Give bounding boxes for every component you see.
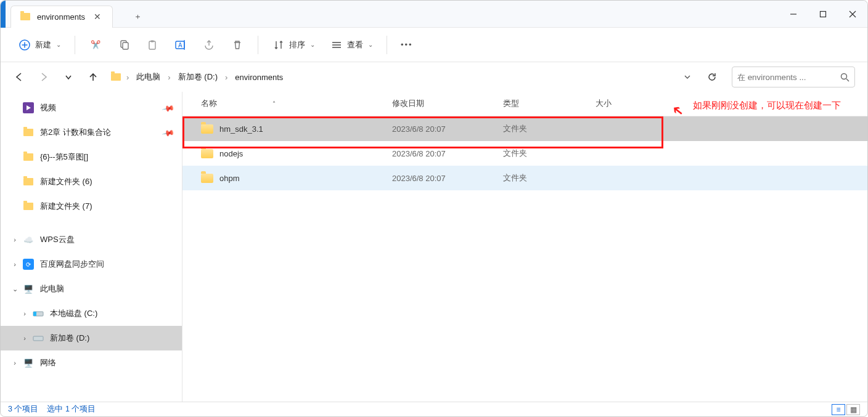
col-label: 大小 [596,99,612,108]
chevron-right-icon: › [166,73,171,82]
recent-button[interactable] [57,66,80,88]
sidebar-item-folder[interactable]: 新建文件夹 (7) [1,194,182,219]
main-pane: 名称˄ 修改日期 类型 大小 hm_sdk_3.1 2023/6/8 20:07… [182,92,867,402]
sidebar-label: 此电脑 [40,283,64,294]
rename-button[interactable]: A [168,34,194,56]
new-tab-button[interactable]: ＋ [126,6,149,28]
window-controls [779,1,867,28]
svg-text:A: A [178,42,182,49]
divider [258,36,258,54]
trash-icon [231,38,244,52]
sidebar-item-folder[interactable]: {6}--第5章图[] [1,145,182,169]
annotation-box [182,116,663,148]
chevron-right-icon[interactable]: › [10,236,19,243]
details-view-button[interactable]: ≡ [832,404,845,415]
address-dropdown[interactable] [676,66,698,88]
address-bar[interactable]: › 此电脑 › 新加卷 (D:) › environments [107,66,671,88]
sort-icon [272,38,285,52]
sidebar-item-network[interactable]: › 🖥️ 网络 [1,350,182,375]
statusbar: 3 个项目 选中 1 个项目 ≡ ▦ [1,402,867,416]
sidebar-item-thispc[interactable]: ⌄ 🖥️ 此电脑 [1,277,182,301]
maximize-button[interactable] [808,1,838,28]
forward-button[interactable] [33,66,55,88]
view-button[interactable]: 查看 ⌄ [324,34,379,56]
svg-rect-21 [33,312,36,316]
cloud-icon: ☁️ [23,234,34,245]
status-selected: 选中 1 个项目 [47,404,96,415]
sidebar-item-baidu[interactable]: › ⟳ 百度网盘同步空间 [1,252,182,277]
col-date[interactable]: 修改日期 [392,99,503,109]
copy-button[interactable] [111,34,137,56]
file-date: 2023/6/8 20:07 [392,174,503,183]
close-window-button[interactable] [838,1,867,28]
svg-point-17 [841,73,847,79]
sidebar-label: 本地磁盘 (C:) [50,308,97,319]
sidebar-item-folder[interactable]: 第2章 计数和集合论 📌 [1,120,182,145]
close-tab-icon[interactable]: ✕ [91,10,104,23]
chevron-right-icon[interactable]: › [10,261,19,268]
thumbnails-view-button[interactable]: ▦ [846,404,860,415]
minimize-button[interactable] [779,1,808,28]
refresh-button[interactable] [701,66,723,88]
sort-button[interactable]: 排序 ⌄ [266,34,321,56]
sidebar-item-folder[interactable]: 新建文件夹 (6) [1,169,182,194]
breadcrumb-item[interactable]: 此电脑 [134,69,163,85]
toolbar: 新建 ⌄ ✂️ A 排序 ⌄ 查看 ⌄ ••• [1,28,867,62]
folder-icon [23,201,34,212]
svg-rect-1 [821,11,826,17]
search-input[interactable] [737,73,837,82]
chevron-down-icon: ⌄ [368,41,373,48]
divider [75,36,75,54]
up-button[interactable] [82,66,104,88]
more-button[interactable]: ••• [395,34,419,56]
col-name[interactable]: 名称˄ [201,99,392,109]
col-size[interactable]: 大小 [596,99,657,109]
clipboard-icon [145,38,159,52]
svg-rect-22 [33,336,43,341]
tab-environments[interactable]: environments ✕ [10,6,113,28]
chevron-right-icon[interactable]: › [20,310,29,317]
search-box[interactable] [732,67,855,87]
status-count: 3 个项目 [8,404,38,415]
view-icon [330,38,343,52]
search-icon[interactable] [840,73,850,82]
address-actions [676,66,723,88]
new-button[interactable]: 新建 ⌄ [12,34,67,56]
chevron-down-icon[interactable]: ⌄ [10,285,19,293]
crumb-label: 新加卷 (D:) [178,71,218,83]
file-name: nodejs [219,149,243,158]
drive-icon [33,333,44,344]
sync-icon: ⟳ [23,259,34,270]
sidebar-item-drive-d[interactable]: › 新加卷 (D:) [1,326,182,350]
new-label: 新建 [35,39,51,51]
sort-indicator-icon: ˄ [272,100,276,107]
file-row[interactable]: ohpm 2023/6/8 20:07 文件夹 [182,166,867,190]
cut-button[interactable]: ✂️ [83,34,108,56]
window-accent [1,1,6,28]
chevron-right-icon[interactable]: › [10,359,19,366]
sidebar-label: WPS云盘 [40,234,75,245]
drive-icon [33,308,44,319]
chevron-down-icon: ⌄ [310,41,315,48]
sidebar-label: 新加卷 (D:) [50,333,89,344]
copy-icon [117,38,131,52]
nav-row: › 此电脑 › 新加卷 (D:) › environments [1,62,867,92]
sidebar-item-wps[interactable]: › ☁️ WPS云盘 [1,227,182,252]
back-button[interactable] [8,66,30,88]
sidebar-item-drive-c[interactable]: › 本地磁盘 (C:) [1,301,182,326]
file-type: 文件夹 [503,148,596,159]
sidebar-label: 网络 [40,357,56,368]
scissors-icon: ✂️ [89,38,102,52]
breadcrumb-item[interactable]: environments [232,70,285,84]
folder-icon [201,174,213,183]
svg-marker-19 [27,105,31,110]
share-icon [202,38,216,52]
delete-button[interactable] [224,34,250,56]
col-type[interactable]: 类型 [503,99,596,109]
chevron-right-icon[interactable]: › [20,334,29,342]
breadcrumb-item[interactable]: 新加卷 (D:) [176,69,220,85]
sidebar-item-videos[interactable]: 视频 📌 [1,95,182,120]
share-button[interactable] [196,34,222,56]
crumb-label: environments [235,73,283,82]
paste-button[interactable] [139,34,165,56]
